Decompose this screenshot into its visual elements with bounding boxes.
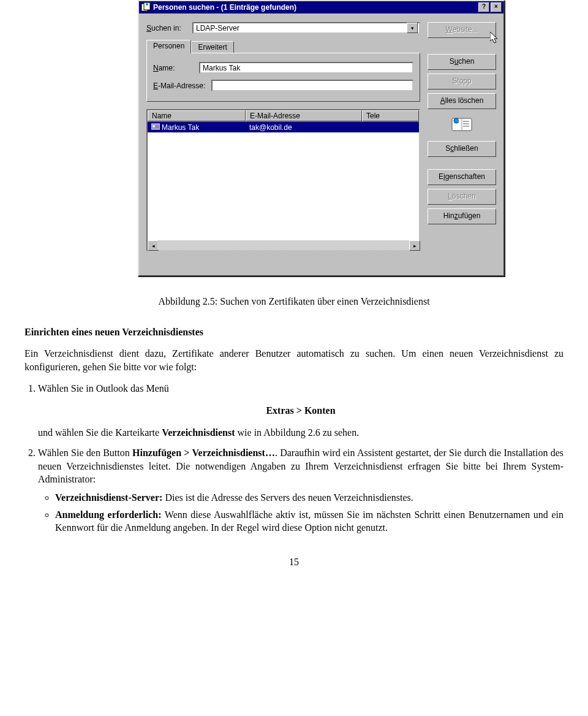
col-tel[interactable]: Tele — [362, 110, 419, 121]
scroll-right-icon[interactable]: ▸ — [409, 240, 420, 251]
titlebar[interactable]: Personen suchen - (1 Einträge gefunden) … — [139, 1, 503, 13]
cell-name: Markus Tak — [162, 123, 199, 132]
figure-caption: Abbildung 2.5: Suchen von Zertifikaten ü… — [24, 295, 564, 308]
col-email[interactable]: E-Mail-Adresse — [246, 110, 362, 121]
website-button: Website... — [428, 22, 496, 38]
bullet-1: Verzeichnisdienst-Server: Dies ist die A… — [55, 491, 564, 505]
name-input[interactable] — [199, 62, 413, 74]
document-body: Abbildung 2.5: Suchen von Zertifikaten ü… — [24, 295, 564, 568]
svg-point-4 — [153, 125, 155, 128]
searchin-combo[interactable]: LDAP-Server ▾ — [192, 22, 420, 34]
svg-marker-10 — [490, 32, 497, 43]
svg-rect-9 — [463, 126, 469, 127]
col-name[interactable]: Name — [148, 110, 246, 121]
people-search-dialog: Personen suchen - (1 Einträge gefunden) … — [138, 0, 505, 276]
window-title: Personen suchen - (1 Einträge gefunden) — [153, 3, 477, 12]
intro-paragraph: Ein Verzeichnisdienst dient dazu, Zertif… — [24, 347, 564, 373]
page-number: 15 — [24, 555, 564, 569]
chevron-down-icon[interactable]: ▾ — [407, 23, 418, 33]
step-1: Wählen Sie in Outlook das Menü Extras > … — [38, 382, 564, 439]
step-2: Wählen Sie den Button Hinzufügen > Verze… — [38, 446, 564, 535]
add-button[interactable]: Hinzufügen — [428, 208, 496, 224]
horizontal-scrollbar[interactable]: ◂ ▸ — [148, 240, 419, 250]
props-button[interactable]: Eigenschaften — [428, 169, 496, 185]
stop-button: Stopp — [428, 74, 496, 90]
tabpanel-people: Name: E-Mail-Adresse: — [146, 53, 420, 102]
tab-people[interactable]: Personen — [146, 40, 191, 53]
book-icon — [450, 113, 474, 135]
email-label: E-Mail-Adresse: — [153, 82, 211, 90]
cell-email: tak@kobil.de — [246, 122, 362, 132]
cell-tel — [362, 122, 419, 132]
name-label: Name: — [153, 64, 199, 72]
tab-advanced[interactable]: Erweitert — [191, 41, 233, 53]
tabs: Personen Erweitert — [146, 40, 420, 53]
subheading: Einrichten eines neuen Verzeichnisdienst… — [24, 326, 564, 339]
searchin-label: Suchen in: — [146, 24, 192, 32]
close-dialog-button[interactable]: Schließen — [428, 141, 496, 157]
delete-button: Löschen — [428, 189, 496, 205]
searchin-value: LDAP-Server — [196, 24, 407, 32]
svg-rect-7 — [463, 121, 469, 122]
svg-rect-8 — [463, 123, 469, 124]
close-button[interactable]: × — [491, 2, 502, 12]
app-icon — [141, 2, 151, 12]
menu-path: Extras > Konten — [38, 404, 564, 417]
cursor-icon — [490, 32, 501, 45]
list-header: Name E-Mail-Adresse Tele — [148, 110, 419, 122]
svg-point-2 — [146, 3, 148, 6]
clear-button[interactable]: Alles löschen — [428, 93, 496, 109]
bullet-list: Verzeichnisdienst-Server: Dies ist die A… — [55, 491, 564, 535]
email-input[interactable] — [211, 80, 413, 91]
svg-point-6 — [454, 118, 459, 123]
help-button[interactable]: ? — [478, 2, 489, 12]
results-list[interactable]: Name E-Mail-Adresse Tele Markus Tak — [146, 109, 420, 251]
list-item[interactable]: Markus Tak tak@kobil.de — [148, 122, 419, 132]
steps-list: Wählen Sie in Outlook das Menü Extras > … — [38, 382, 564, 534]
person-icon — [151, 123, 160, 132]
bullet-2: Anmeldung erforderlich: Wenn diese Auswa… — [55, 508, 564, 535]
search-button[interactable]: Suchen — [428, 54, 496, 70]
